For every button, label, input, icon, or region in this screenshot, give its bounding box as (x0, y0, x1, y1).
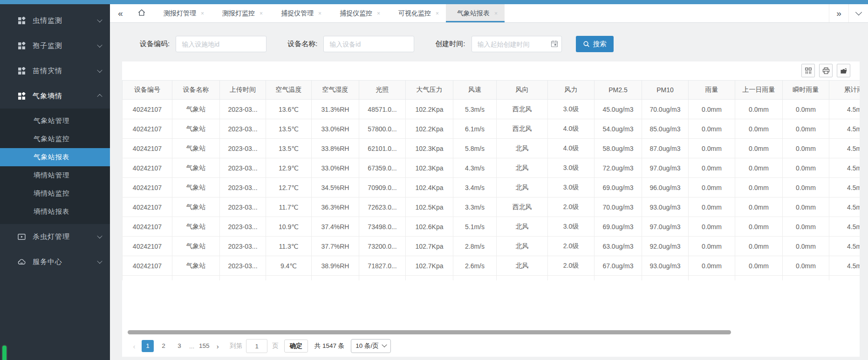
cell-r3-c13: 0.0mm (735, 158, 783, 178)
table-row[interactable]: 40242107气象站2023-03...11.3℃37.7%RH73200.0… (123, 237, 860, 256)
cell-r4-c6: 102.4Kpa (406, 178, 453, 197)
sidebar-item-service-center[interactable]: 服务中心 (0, 249, 110, 274)
cell-r2-c4: 33.8%RH (312, 139, 359, 158)
table-row[interactable]: 40242107气象站2023-03...11.7℃36.3%RH72623.0… (123, 197, 860, 217)
cell-r8-c0: 40242107 (123, 256, 172, 276)
close-icon[interactable]: × (201, 11, 204, 16)
cell-r6-c11: 97.0ug/m3 (642, 217, 689, 237)
tab-label: 捕捉仪监控 (340, 9, 372, 18)
column-header-2: 上传时间 (220, 81, 266, 100)
tab-label: 可视化监控 (398, 9, 431, 18)
cell-r9-c11: 91.0ug/m3 (642, 276, 689, 281)
columns-button[interactable] (801, 64, 815, 77)
total-count-label: 共 1547 条 (314, 342, 345, 350)
cell-r5-c2: 2023-03... (220, 197, 266, 217)
cell-r8-c3: 9.4℃ (266, 256, 312, 276)
create-time-input[interactable] (472, 36, 562, 52)
next-page-button[interactable]: › (212, 342, 223, 350)
page-button-3[interactable]: 3 (173, 340, 185, 352)
cell-r7-c15: 4.5mm (829, 237, 860, 256)
tab-label: 测报灯管理 (164, 9, 196, 18)
page-button-1[interactable]: 1 (142, 340, 154, 352)
cell-r0-c2: 2023-03... (220, 100, 266, 119)
chevron-down-icon (382, 342, 387, 347)
page-button-155[interactable]: 155 (198, 340, 210, 352)
export-button[interactable] (837, 64, 850, 77)
cell-r7-c9: 2.0级 (548, 237, 595, 256)
cell-r4-c5: 70909.0... (359, 178, 406, 197)
cell-r2-c15: 4.5mm (829, 139, 860, 158)
table-row[interactable]: 40242107气象站2023-03...9.4℃38.9%RH71827.0.… (123, 256, 860, 276)
sidebar-item-insect-monitor[interactable]: 虫情监测 (0, 8, 110, 33)
column-header-4: 空气湿度 (312, 81, 359, 100)
table-row[interactable]: 40242107气象站2023-03...8.6℃41.2%RH68615.0.… (123, 276, 860, 281)
tab-4[interactable]: 可视化监控× (387, 4, 446, 22)
search-icon (583, 41, 590, 48)
page-size-select[interactable]: 10 条/页 (351, 339, 391, 353)
cell-r1-c2: 2023-03... (220, 119, 266, 139)
search-field-input-0[interactable] (176, 36, 267, 52)
cell-r1-c10: 54.0ug/m3 (595, 119, 642, 139)
tab-5[interactable]: 气象站报表× (446, 4, 505, 22)
printer-button[interactable] (819, 64, 833, 77)
sidebar-item-insect-lamp[interactable]: 杀虫灯管理 (0, 224, 110, 249)
sidebar-subitem-weather-moisture-4[interactable]: 墒情站监控 (0, 184, 110, 203)
confirm-jump-button[interactable]: 确定 (284, 340, 308, 353)
search-button[interactable]: 搜索 (576, 36, 614, 52)
search-field-0: 设备编码: (140, 36, 267, 52)
table-row[interactable]: 40242107气象站2023-03...13.5℃33.8%RH62101.0… (123, 139, 860, 158)
cell-r6-c14: 0.0mm (783, 217, 829, 237)
cell-r4-c3: 12.7℃ (266, 178, 312, 197)
cell-r9-c5: 68615.0... (359, 276, 406, 281)
chevron-down-icon (97, 17, 102, 22)
sidebar-subitem-weather-moisture-5[interactable]: 墒情站报表 (0, 203, 110, 221)
table-row[interactable]: 40242107气象站2023-03...12.7℃34.5%RH70909.0… (123, 178, 860, 197)
jump-page-input[interactable] (246, 339, 267, 353)
sidebar-subitem-weather-moisture-3[interactable]: 墒情站管理 (0, 166, 110, 184)
cell-r0-c4: 31.3%RH (312, 100, 359, 119)
collapse-sidebar-button[interactable]: « (110, 4, 131, 22)
scroll-tabs-right-button[interactable]: » (829, 4, 848, 22)
tab-3[interactable]: 捕捉仪监控× (328, 4, 387, 22)
prev-page-button[interactable]: ‹ (129, 342, 140, 350)
cell-r6-c15: 4.5mm (829, 217, 860, 237)
close-icon[interactable]: × (318, 11, 321, 16)
tab-2[interactable]: 捕捉仪管理× (270, 4, 328, 22)
tab-actions-dropdown[interactable] (848, 4, 868, 22)
search-field-input-1[interactable] (323, 36, 414, 52)
table-row[interactable]: 40242107气象站2023-03...13.6℃31.3%RH48571.0… (123, 100, 860, 119)
sidebar-subitem-weather-moisture-1[interactable]: 气象站监控 (0, 130, 110, 148)
sidebar-item-spore-monitor[interactable]: 孢子监测 (0, 33, 110, 58)
sidebar-subitem-weather-moisture-0[interactable]: 气象站管理 (0, 112, 110, 130)
cell-r8-c11: 93.0ug/m3 (642, 256, 689, 276)
cell-r6-c12: 0.0mm (689, 217, 735, 237)
page-button-2[interactable]: 2 (157, 340, 170, 352)
cell-r2-c11: 87.0ug/m3 (642, 139, 689, 158)
cell-r4-c13: 0.0mm (735, 178, 783, 197)
table-row[interactable]: 40242107气象站2023-03...12.9℃33.0%RH67359.0… (123, 158, 860, 178)
sidebar-subitem-weather-moisture-2[interactable]: 气象站报表 (0, 148, 110, 166)
sidebar-item-weather-moisture[interactable]: 气象墒情 (0, 83, 110, 109)
close-icon[interactable]: × (494, 11, 498, 16)
cell-r5-c12: 0.0mm (689, 197, 735, 217)
close-icon[interactable]: × (377, 11, 380, 16)
cell-r2-c9: 4.0级 (548, 139, 595, 158)
tab-0[interactable]: 测报灯管理× (152, 4, 211, 22)
weather-report-table: 设备编号设备名称上传时间空气温度空气湿度光照大气压力风速风向风力PM2.5PM1… (122, 80, 860, 280)
table-row[interactable]: 40242107气象站2023-03...10.9℃37.4%RH73498.0… (123, 217, 860, 237)
cell-r6-c9: 3.0级 (548, 217, 595, 237)
column-header-13: 上一日雨量 (735, 81, 783, 100)
tab-1[interactable]: 测报灯监控× (211, 4, 270, 22)
cell-r4-c14: 0.0mm (783, 178, 829, 197)
home-tab[interactable] (131, 4, 152, 22)
horizontal-scrollbar-thumb[interactable] (128, 330, 731, 334)
sidebar-item-label: 苗情灾情 (33, 67, 98, 75)
cell-r8-c1: 气象站 (172, 256, 220, 276)
cell-r7-c7: 2.8m/s (453, 237, 497, 256)
cell-r1-c0: 40242107 (123, 119, 172, 139)
table-row[interactable]: 40242107气象站2023-03...13.5℃33.0%RH57800.0… (123, 119, 860, 139)
cell-r3-c10: 72.0ug/m3 (595, 158, 642, 178)
sidebar-item-seedling-disaster[interactable]: 苗情灾情 (0, 58, 110, 83)
close-icon[interactable]: × (436, 11, 439, 16)
close-icon[interactable]: × (260, 11, 263, 16)
